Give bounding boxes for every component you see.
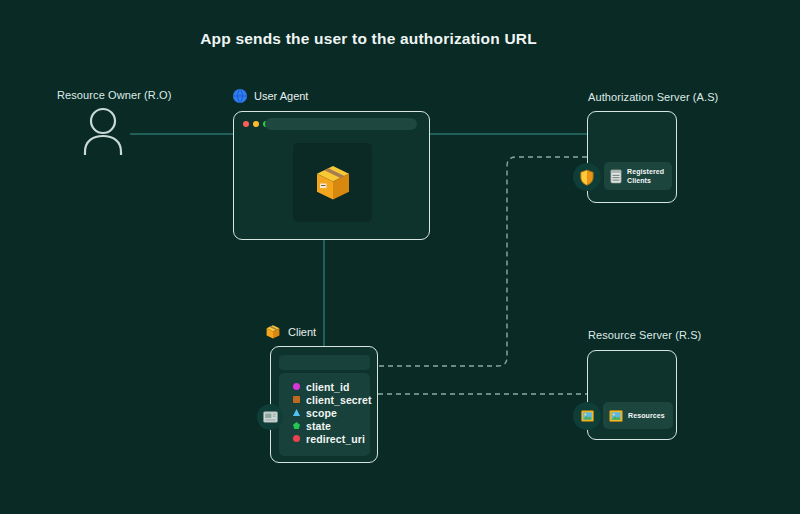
client-param-label: client_secret — [306, 394, 372, 406]
diagram-title: App sends the user to the authorization … — [0, 30, 737, 48]
connector-layer — [0, 0, 800, 514]
client-header-bar — [279, 355, 370, 370]
resources-badge: Resources — [603, 402, 673, 429]
resource-owner-label: Resource Owner (R.O) — [57, 89, 171, 101]
browser-address-bar — [265, 118, 417, 130]
client-param-label: state — [306, 420, 331, 432]
client-param-state: state — [279, 419, 370, 432]
square-bullet-icon — [293, 396, 300, 403]
person-icon — [79, 106, 127, 156]
client-param-redirect_uri: redirect_uri — [279, 432, 370, 445]
user-agent-label-group: User Agent — [233, 89, 308, 103]
resource-server-label: Resource Server (R.S) — [588, 329, 701, 341]
browser-content-tile — [293, 143, 372, 222]
resources-label: Resources — [628, 411, 666, 420]
client-param-label: redirect_uri — [306, 433, 365, 445]
client-label-group: Client — [265, 324, 316, 340]
client-param-label: scope — [306, 407, 337, 419]
authorization-server-box: Registered Clients — [587, 111, 677, 203]
client-side-badge — [257, 404, 283, 430]
triangle-bullet-icon — [293, 409, 300, 416]
resource-server-side-badge — [573, 402, 601, 430]
pentagon-bullet-icon — [293, 422, 300, 429]
framed-picture-icon — [609, 410, 623, 422]
client-param-client_id: client_id — [279, 380, 370, 393]
card-terminal-icon — [263, 411, 278, 423]
browser-window — [233, 111, 430, 240]
browser-dot-red — [243, 121, 249, 127]
package-icon — [265, 324, 281, 340]
client-param-client_secret: client_secret — [279, 393, 370, 406]
circle-bullet-icon — [293, 435, 300, 442]
diagram-canvas: App sends the user to the authorization … — [0, 0, 800, 514]
registered-clients-label: Registered Clients — [627, 167, 665, 185]
resource-server-box: Resources — [587, 350, 677, 440]
user-agent-label: User Agent — [254, 90, 308, 102]
package-icon — [313, 163, 353, 203]
client-box: client_idclient_secretscopestateredirect… — [270, 346, 378, 463]
client-label: Client — [288, 326, 316, 338]
client-param-label: client_id — [306, 381, 350, 393]
authorization-server-label: Authorization Server (A.S) — [588, 91, 718, 103]
globe-icon — [233, 89, 247, 103]
ledger-icon — [610, 169, 622, 184]
browser-dot-yellow — [253, 121, 259, 127]
framed-picture-icon — [581, 410, 594, 422]
authorization-server-side-badge — [573, 163, 601, 191]
registered-clients-badge: Registered Clients — [604, 162, 672, 190]
client-params: client_idclient_secretscopestateredirect… — [279, 373, 370, 456]
shield-icon — [579, 169, 595, 186]
client-param-scope: scope — [279, 406, 370, 419]
circle-bullet-icon — [293, 383, 300, 390]
